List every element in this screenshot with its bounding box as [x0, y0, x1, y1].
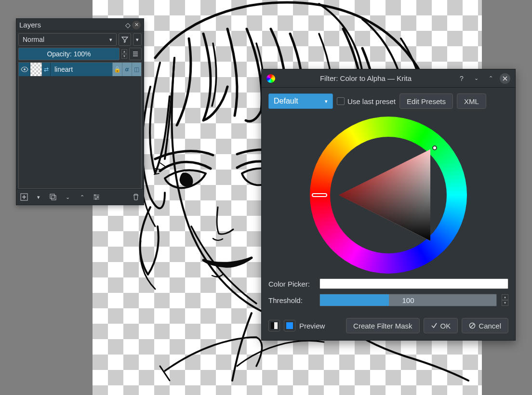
expand-button[interactable]: ⌃ [485, 73, 496, 84]
add-layer-menu-button[interactable]: ▾ [34, 192, 43, 202]
chevron-down-icon: ▾ [109, 37, 112, 43]
layer-opacity-slider[interactable]: Opacity: 100% [18, 48, 120, 60]
svg-marker-8 [339, 149, 430, 241]
chevron-down-icon: ⌄ [66, 194, 70, 200]
threshold-value: 100 [320, 296, 496, 304]
dialog-close-button[interactable] [500, 73, 510, 84]
list-icon [132, 51, 139, 57]
xml-button[interactable]: XML [457, 93, 486, 109]
threshold-slider[interactable]: 100 [319, 294, 497, 306]
close-panel-button[interactable]: ✕ [132, 21, 141, 29]
funnel-icon [121, 36, 128, 43]
layers-footer: ▾ ⌄ ⌃ [16, 189, 144, 205]
dialog-titlebar[interactable]: Filter: Color to Alpha — Krita ? ⌄ ⌃ [262, 69, 515, 88]
color-picker-swatch[interactable] [319, 278, 508, 289]
chevron-down-icon: ⌄ [474, 75, 479, 81]
threshold-label: Threshold: [268, 296, 315, 304]
use-last-preset-checkbox[interactable]: Use last preset [337, 97, 396, 105]
use-last-preset-label: Use last preset [347, 97, 396, 105]
preset-value: Default [274, 97, 298, 105]
svg-rect-3 [52, 196, 56, 200]
cancel-label: Cancel [479, 322, 501, 330]
filter-dialog: Filter: Color to Alpha — Krita ? ⌄ ⌃ Def… [261, 69, 516, 341]
layer-thumbnail[interactable] [30, 63, 42, 76]
create-filter-mask-button[interactable]: Create Filter Mask [346, 318, 420, 333]
inherit-alpha-button[interactable]: ◫ [132, 63, 141, 76]
layer-settings-button[interactable] [92, 192, 101, 202]
duplicate-icon [49, 193, 57, 201]
ok-button[interactable]: OK [424, 318, 458, 333]
cancel-icon [469, 322, 476, 329]
dialog-title: Filter: Color to Alpha — Krita [279, 74, 452, 82]
krita-app-icon [266, 74, 275, 83]
preview-split-toggle[interactable] [268, 320, 280, 331]
move-layer-up-button[interactable]: ⌃ [77, 192, 87, 202]
delete-layer-button[interactable] [131, 192, 141, 202]
plus-box-icon [20, 193, 28, 201]
opacity-value: 100% [74, 50, 91, 58]
close-icon [502, 76, 508, 81]
chevron-up-icon: ⌃ [489, 75, 493, 81]
chevron-down-icon: ▾ [37, 194, 40, 200]
layers-title: Layers [19, 21, 121, 29]
spin-up-icon[interactable]: ▴ [502, 294, 508, 300]
checkbox-icon [337, 97, 345, 105]
chevron-down-icon: ▾ [325, 98, 328, 105]
float-panel-icon[interactable]: ◇ [123, 21, 132, 29]
checkbox-checked-icon [286, 322, 293, 329]
move-layer-down-button[interactable]: ⌄ [63, 192, 72, 202]
trash-icon [132, 193, 140, 201]
filter-layers-menu-button[interactable]: ▾ [133, 33, 142, 46]
opacity-spinner[interactable]: ▴▾ [121, 49, 127, 59]
filter-layers-button[interactable] [119, 33, 131, 46]
collapse-button[interactable]: ⌄ [471, 73, 481, 84]
spin-up-icon[interactable]: ▴ [121, 49, 127, 54]
svg-point-5 [97, 197, 99, 198]
layers-titlebar[interactable]: Layers ◇ ✕ [16, 19, 144, 31]
alpha-lock-button[interactable]: α [122, 63, 132, 76]
spin-down-icon[interactable]: ▾ [121, 54, 127, 59]
spin-down-icon[interactable]: ▾ [502, 300, 508, 306]
svg-point-0 [24, 68, 26, 70]
blend-mode-select[interactable]: Normal ▾ [18, 33, 117, 46]
duplicate-layer-button[interactable] [48, 192, 58, 202]
layer-row[interactable]: ⇄ lineart 🔒 α ◫ [19, 63, 141, 76]
color-picker-label: Color Picker: [268, 280, 315, 288]
add-layer-button[interactable] [19, 192, 29, 202]
chevron-up-icon: ⌃ [80, 194, 84, 200]
cancel-button[interactable]: Cancel [462, 318, 508, 333]
color-wheel[interactable] [310, 117, 467, 274]
svg-point-6 [95, 198, 97, 200]
layers-panel: Layers ◇ ✕ Normal ▾ ▾ Opacity: 100% ▴▾ ⇄ [16, 18, 144, 205]
blend-mode-value: Normal [23, 36, 44, 43]
edit-presets-button[interactable]: Edit Presets [399, 93, 453, 109]
check-icon [431, 322, 438, 329]
lock-layer-button[interactable]: 🔒 [112, 63, 122, 76]
help-button[interactable]: ? [456, 73, 467, 84]
sv-handle[interactable] [432, 145, 437, 150]
threshold-spinner[interactable]: ▴▾ [502, 294, 508, 306]
sv-triangle[interactable] [334, 141, 443, 250]
opacity-label: Opacity: [47, 50, 71, 58]
preview-checkbox[interactable] [284, 320, 295, 331]
svg-point-4 [94, 195, 96, 196]
preset-select[interactable]: Default ▾ [268, 93, 333, 109]
layer-link-icon[interactable]: ⇄ [42, 63, 51, 76]
sliders-icon [93, 193, 100, 201]
svg-rect-2 [50, 194, 54, 198]
layer-properties-button[interactable] [129, 48, 142, 60]
layer-visibility-toggle[interactable] [19, 63, 30, 76]
hue-marker[interactable] [312, 193, 327, 197]
chevron-down-icon: ▾ [136, 37, 139, 43]
preview-label: Preview [299, 322, 325, 330]
layer-list[interactable]: ⇄ lineart 🔒 α ◫ [18, 62, 142, 189]
split-icon [271, 322, 278, 329]
ok-label: OK [440, 322, 451, 330]
eye-icon [21, 66, 28, 73]
layer-name[interactable]: lineart [51, 66, 112, 73]
